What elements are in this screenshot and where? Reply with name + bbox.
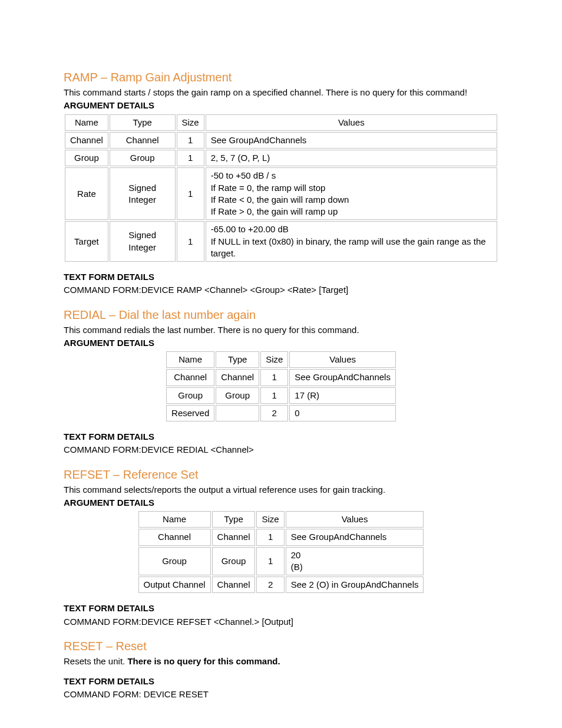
table-cell: Channel [212,577,256,593]
section-description: Resets the unit. There is no query for t… [64,655,498,667]
table-row: GroupGroup120(B) [138,547,424,576]
table-cell: Group [212,547,256,576]
table-cell: Channel [110,132,176,149]
text-form-header: TEXT FORM DETAILS [64,271,498,283]
argument-table: NameTypeSizeValuesChannelChannel1See Gro… [64,113,498,263]
table-row: ChannelChannel1See GroupAndChannels [65,132,497,149]
document-body: RAMP – Ramp Gain AdjustmentThis command … [64,70,498,701]
table-cell: 1 [260,387,288,404]
table-cell: 1 [177,150,204,166]
table-row: Output ChannelChannel2See 2 (O) in Group… [138,577,424,593]
argument-details-header: ARGUMENT DETAILS [64,497,498,509]
table-row: RateSigned Integer1-50 to +50 dB / sIf R… [65,167,497,220]
table-cell: Group [216,387,259,404]
table-header-cell: Name [65,114,108,131]
table-cell: -65.00 to +20.00 dBIf NULL in text (0x80… [206,221,497,262]
section-heading: REDIAL – Dial the last number again [64,307,498,323]
table-cell: -50 to +50 dB / sIf Rate = 0, the ramp w… [206,167,497,220]
table-row: ChannelChannel1See GroupAndChannels [166,369,396,386]
text-form-header: TEXT FORM DETAILS [64,431,498,443]
text-form-header: TEXT FORM DETAILS [64,676,498,687]
table-cell: 2 [260,405,288,421]
argument-table: NameTypeSizeValuesChannelChannel1See Gro… [137,510,425,594]
table-cell: Group [166,387,214,404]
section-description: This command starts / stops the gain ram… [64,87,498,98]
argument-details-header: ARGUMENT DETAILS [64,100,498,111]
text-form-body: COMMAND FORM:DEVICE REFSET <Channel.> [O… [64,616,498,628]
table-cell: Channel [212,529,256,545]
section-heading: REFSET – Reference Set [64,467,498,483]
table-cell: Signed Integer [110,221,176,262]
table-cell: Channel [166,369,214,386]
table-cell: Reserved [166,405,214,421]
table-cell: Rate [65,167,108,220]
table-header-cell: Values [286,511,424,528]
section-description: This command selects/reports the output … [64,484,498,496]
section-description: This command redials the last number. Th… [64,324,498,336]
table-cell: Channel [216,369,259,386]
text-form-body: COMMAND FORM:DEVICE RAMP <Channel> <Grou… [64,284,498,296]
text-form-body: COMMAND FORM: DEVICE RESET [64,689,498,700]
table-cell: 1 [256,547,284,576]
table-header-cell: Type [216,351,259,368]
table-cell: 17 (R) [289,387,396,404]
table-row: TargetSigned Integer1-65.00 to +20.00 dB… [65,221,497,262]
argument-details-header: ARGUMENT DETAILS [64,337,498,349]
table-row: GroupGroup12, 5, 7 (O, P, L) [65,150,497,166]
table-row: GroupGroup117 (R) [166,387,396,404]
table-cell: Group [65,150,108,166]
table-cell: 1 [260,369,288,386]
table-header-cell: Name [166,351,214,368]
table-row: Reserved20 [166,405,396,421]
table-header-cell: Type [212,511,256,528]
table-cell: 20(B) [286,547,424,576]
text-form-header: TEXT FORM DETAILS [64,602,498,614]
argument-table: NameTypeSizeValuesChannelChannel1See Gro… [165,350,397,423]
table-header-cell: Name [138,511,211,528]
table-cell: Target [65,221,108,262]
table-cell: Output Channel [138,577,211,593]
table-header-cell: Size [256,511,284,528]
table-header-cell: Size [260,351,288,368]
table-header-cell: Size [177,114,204,131]
table-row: ChannelChannel1See GroupAndChannels [138,529,424,545]
section-heading: RAMP – Ramp Gain Adjustment [64,70,498,85]
table-cell: 1 [177,167,204,220]
table-header-cell: Type [110,114,176,131]
table-cell: Group [110,150,176,166]
table-cell: See GroupAndChannels [206,132,497,149]
table-header-cell: Values [206,114,497,131]
table-cell: Channel [65,132,108,149]
table-cell: 1 [177,132,204,149]
table-cell [216,405,259,421]
table-cell: 1 [256,529,284,545]
section-heading: RESET – Reset [64,638,498,654]
table-cell: Group [138,547,211,576]
table-cell: See GroupAndChannels [286,529,424,545]
table-cell: 2, 5, 7 (O, P, L) [206,150,497,166]
text-form-body: COMMAND FORM:DEVICE REDIAL <Channel> [64,444,498,456]
table-cell: Signed Integer [110,167,176,220]
table-cell: 1 [177,221,204,262]
table-cell: See 2 (O) in GroupAndChannels [286,577,424,593]
table-cell: Channel [138,529,211,545]
table-cell: 0 [289,405,396,421]
table-cell: See GroupAndChannels [289,369,396,386]
table-header-cell: Values [289,351,396,368]
table-cell: 2 [256,577,284,593]
